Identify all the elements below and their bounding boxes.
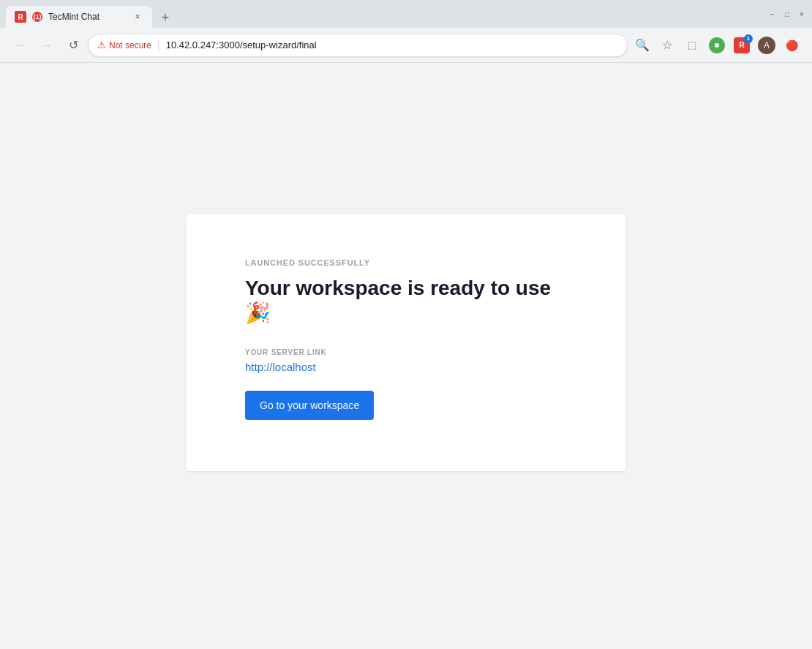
screenshot-icon: ⬚ [688,40,696,50]
address-box[interactable]: ⚠ Not secure | 10.42.0.247:3000/setup-wi… [88,34,628,57]
back-icon: ← [15,39,26,52]
forward-icon: → [41,39,53,52]
window-controls: − □ × [768,10,806,18]
workspace-title: Your workspace is ready to use 🎉 [245,276,567,325]
page-content: LAUNCHED SUCCESSFULLY Your workspace is … [0,63,812,623]
screenshot-button[interactable]: ⬚ [680,34,704,57]
go-to-workspace-button[interactable]: Go to your workspace [245,391,374,420]
svg-point-1 [715,43,719,48]
not-secure-indicator: ⚠ Not secure [97,40,151,50]
profile-button[interactable]: A [755,34,778,57]
search-button[interactable]: 🔍 [631,34,654,57]
address-bar-row: ← → ↺ ⚠ Not secure | 10.42.0.247:3000/se… [0,28,812,63]
minimize-button[interactable]: − [768,10,777,18]
tab-favicon: R [15,11,26,23]
reload-icon: ↺ [69,38,78,52]
tab-title: TecMint Chat [48,12,126,22]
not-secure-label: Not secure [109,40,151,50]
close-window-button[interactable]: × [797,10,806,18]
tab-notification-badge: (1) [32,12,42,22]
forward-button[interactable]: → [35,34,59,57]
bookmark-icon: ☆ [662,38,672,52]
chrome-icon [709,37,725,53]
search-icon: 🔍 [635,38,650,52]
warning-icon: ⚠ [97,40,106,50]
extension-badge: 1 [744,34,753,43]
extension-icon: R 1 [734,37,750,53]
alert-button[interactable]: 🔴 [780,34,803,57]
server-link[interactable]: http://localhost [245,361,567,373]
back-button[interactable]: ← [9,34,32,57]
maximize-button[interactable]: □ [783,10,792,18]
browser-chrome: R (1) TecMint Chat × + − □ × ← → ↺ [0,0,812,63]
address-text: 10.42.0.247:3000/setup-wizard/final [166,40,618,50]
setup-complete-card: LAUNCHED SUCCESSFULLY Your workspace is … [187,214,625,471]
tab-strip: R (1) TecMint Chat × + [6,0,768,28]
alert-icon: 🔴 [786,40,798,51]
toolbar-icons: 🔍 ☆ ⬚ R 1 [631,34,803,57]
launched-label: LAUNCHED SUCCESSFULLY [245,258,567,267]
extensions-button[interactable]: R 1 [730,34,753,57]
address-separator: | [157,40,160,51]
new-tab-button[interactable]: + [155,7,176,28]
bookmark-button[interactable]: ☆ [655,34,679,57]
server-link-label: YOUR SERVER LINK [245,348,567,356]
reload-button[interactable]: ↺ [61,34,85,57]
chrome-extension-button[interactable] [705,34,729,57]
active-tab[interactable]: R (1) TecMint Chat × [6,6,152,28]
tab-close-button[interactable]: × [132,11,143,23]
profile-avatar: A [758,37,775,54]
title-bar: R (1) TecMint Chat × + − □ × [0,0,812,28]
